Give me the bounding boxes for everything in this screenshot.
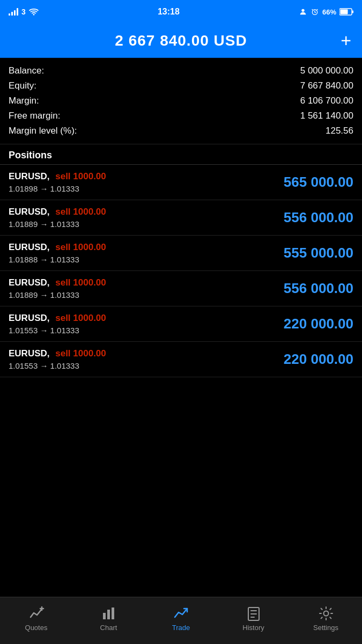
status-time: 13:18 <box>158 7 180 17</box>
svg-point-15 <box>323 611 328 616</box>
position-action-4: sell 1000.00 <box>53 313 106 324</box>
nav-quotes[interactable]: Quotes <box>0 597 72 644</box>
position-pnl-4: 220 000.00 <box>284 316 353 332</box>
battery-icon <box>339 8 353 16</box>
svg-point-1 <box>301 9 304 12</box>
svg-rect-5 <box>341 10 348 14</box>
position-pnl-0: 565 000.00 <box>284 174 353 191</box>
header: 2 667 840.00 USD + <box>0 24 362 58</box>
positions-header: Positions <box>0 144 362 165</box>
margin-value: 6 106 700.00 <box>300 96 353 106</box>
position-header-1: EURUSD, sell 1000.00 <box>9 207 106 217</box>
account-info: Balance: 5 000 000.00 Equity: 7 667 840.… <box>0 58 362 144</box>
quotes-icon <box>28 605 45 621</box>
svg-rect-4 <box>352 11 354 13</box>
account-balance-title: 2 667 840.00 USD <box>115 32 247 49</box>
signal-icon <box>9 8 18 16</box>
balance-value: 5 000 000.00 <box>300 65 353 76</box>
position-header-0: EURUSD, sell 1000.00 <box>9 171 106 182</box>
position-action-3: sell 1000.00 <box>53 277 106 288</box>
equity-label: Equity: <box>9 80 36 91</box>
position-left-0: EURUSD, sell 1000.00 1.01898 → 1.01333 <box>9 171 106 193</box>
position-symbol-0: EURUSD, <box>9 171 50 182</box>
margin-level-label: Margin level (%): <box>9 126 77 136</box>
nav-chart-label: Chart <box>100 624 117 632</box>
person-icon <box>299 8 307 16</box>
position-header-2: EURUSD, sell 1000.00 <box>9 242 106 253</box>
position-left-2: EURUSD, sell 1000.00 1.01888 → 1.01333 <box>9 242 106 264</box>
settings-icon <box>318 605 334 621</box>
margin-level-row: Margin level (%): 125.56 <box>9 123 353 138</box>
nav-settings[interactable]: Settings <box>290 597 362 644</box>
position-left-3: EURUSD, sell 1000.00 1.01889 → 1.01333 <box>9 277 106 299</box>
balance-label: Balance: <box>9 65 44 76</box>
position-pnl-3: 556 000.00 <box>284 280 353 297</box>
free-margin-label: Free margin: <box>9 111 60 121</box>
position-action-5: sell 1000.00 <box>53 348 106 359</box>
chart-icon <box>101 605 117 621</box>
status-bar: 3 13:18 66% <box>0 0 362 24</box>
position-left-5: EURUSD, sell 1000.00 1.01553 → 1.01333 <box>9 348 106 370</box>
position-symbol-4: EURUSD, <box>9 313 50 324</box>
position-symbol-1: EURUSD, <box>9 207 50 217</box>
nav-trade-label: Trade <box>172 624 190 632</box>
svg-point-0 <box>33 14 34 16</box>
equity-value: 7 667 840.00 <box>300 80 353 91</box>
position-price-2: 1.01888 → 1.01333 <box>9 255 106 264</box>
position-price-4: 1.01553 → 1.01333 <box>9 326 106 335</box>
trade-icon <box>173 605 189 621</box>
position-price-3: 1.01889 → 1.01333 <box>9 290 106 299</box>
nav-chart[interactable]: Chart <box>72 597 145 644</box>
position-pnl-1: 556 000.00 <box>284 209 353 226</box>
svg-rect-9 <box>107 610 110 619</box>
free-margin-value: 1 561 140.00 <box>300 111 353 121</box>
alarm-icon <box>311 8 319 16</box>
history-icon <box>246 605 262 621</box>
position-item-5[interactable]: EURUSD, sell 1000.00 1.01553 → 1.01333 2… <box>0 342 362 377</box>
bottom-nav: Quotes Chart Trade History Settings <box>0 597 362 644</box>
add-button[interactable]: + <box>341 30 351 51</box>
free-margin-row: Free margin: 1 561 140.00 <box>9 108 353 123</box>
positions-list: EURUSD, sell 1000.00 1.01898 → 1.01333 5… <box>0 165 362 377</box>
nav-history-label: History <box>242 624 264 632</box>
margin-level-value: 125.56 <box>326 126 353 136</box>
position-header-5: EURUSD, sell 1000.00 <box>9 348 106 359</box>
balance-row: Balance: 5 000 000.00 <box>9 63 353 78</box>
position-header-3: EURUSD, sell 1000.00 <box>9 277 106 288</box>
position-price-0: 1.01898 → 1.01333 <box>9 184 106 193</box>
svg-rect-10 <box>112 608 114 619</box>
wifi-icon <box>29 8 39 16</box>
position-item-1[interactable]: EURUSD, sell 1000.00 1.01889 → 1.01333 5… <box>0 200 362 236</box>
status-right: 66% <box>299 8 353 16</box>
position-action-1: sell 1000.00 <box>53 207 106 217</box>
position-left-1: EURUSD, sell 1000.00 1.01889 → 1.01333 <box>9 207 106 229</box>
position-pnl-5: 220 000.00 <box>284 351 353 368</box>
position-left-4: EURUSD, sell 1000.00 1.01553 → 1.01333 <box>9 313 106 335</box>
nav-trade[interactable]: Trade <box>145 597 217 644</box>
position-action-0: sell 1000.00 <box>53 171 106 182</box>
equity-row: Equity: 7 667 840.00 <box>9 78 353 93</box>
position-item-2[interactable]: EURUSD, sell 1000.00 1.01888 → 1.01333 5… <box>0 236 362 271</box>
position-header-4: EURUSD, sell 1000.00 <box>9 313 106 324</box>
margin-row: Margin: 6 106 700.00 <box>9 93 353 108</box>
positions-title: Positions <box>9 150 52 160</box>
svg-rect-8 <box>103 613 106 619</box>
position-symbol-3: EURUSD, <box>9 277 50 288</box>
nav-settings-label: Settings <box>313 624 338 632</box>
network-label: 3 <box>21 8 26 16</box>
position-symbol-5: EURUSD, <box>9 348 50 359</box>
position-price-5: 1.01553 → 1.01333 <box>9 361 106 370</box>
nav-quotes-label: Quotes <box>25 624 48 632</box>
position-price-1: 1.01889 → 1.01333 <box>9 219 106 229</box>
status-left: 3 <box>9 8 39 16</box>
battery-label: 66% <box>322 8 336 16</box>
position-item-3[interactable]: EURUSD, sell 1000.00 1.01889 → 1.01333 5… <box>0 271 362 306</box>
position-symbol-2: EURUSD, <box>9 242 50 253</box>
position-item-0[interactable]: EURUSD, sell 1000.00 1.01898 → 1.01333 5… <box>0 165 362 200</box>
position-item-4[interactable]: EURUSD, sell 1000.00 1.01553 → 1.01333 2… <box>0 306 362 342</box>
position-action-2: sell 1000.00 <box>53 242 106 253</box>
nav-history[interactable]: History <box>217 597 290 644</box>
margin-label: Margin: <box>9 96 39 106</box>
position-pnl-2: 555 000.00 <box>284 245 353 261</box>
